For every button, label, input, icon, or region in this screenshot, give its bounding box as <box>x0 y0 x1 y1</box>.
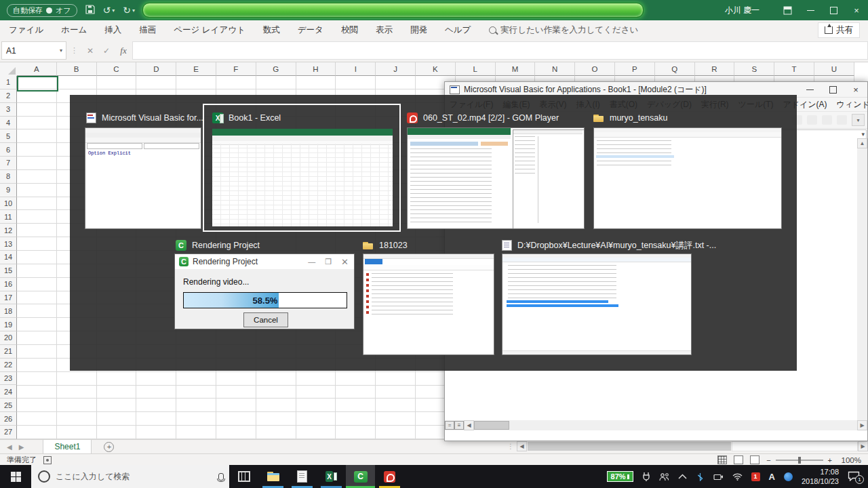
thumbnail-gom-preview[interactable] <box>407 127 585 229</box>
redo-caret-icon[interactable]: ▾ <box>132 7 135 14</box>
excel-button[interactable]: X <box>317 465 346 488</box>
page-break-view-icon[interactable] <box>750 455 760 464</box>
ribbon-tab-9[interactable]: 開発 <box>401 20 436 39</box>
row-header-17[interactable]: 17 <box>0 291 17 305</box>
scroll-right-icon[interactable]: ▶ <box>858 441 868 451</box>
vba-split-box[interactable]: = <box>445 421 454 430</box>
column-header-F[interactable]: F <box>216 62 256 76</box>
switcher-item-excel[interactable]: X Book1 - Excel <box>212 111 281 125</box>
hscroll-track[interactable] <box>732 441 858 451</box>
camera-tray-icon[interactable] <box>713 473 724 481</box>
normal-view-icon[interactable] <box>717 455 727 464</box>
cancel-button[interactable]: Cancel <box>243 312 288 327</box>
thumbnail-muryo-tensaku-preview[interactable] <box>593 127 782 229</box>
vba-minimize-button[interactable] <box>798 82 821 97</box>
row-header-21[interactable]: 21 <box>0 345 17 359</box>
vba-toolbar-icon[interactable] <box>807 115 817 125</box>
row-header-20[interactable]: 20 <box>0 331 17 345</box>
row-header-22[interactable]: 22 <box>0 359 17 372</box>
task-view-button[interactable] <box>229 465 258 488</box>
row-header-19[interactable]: 19 <box>0 318 17 331</box>
minimize-button[interactable] <box>799 0 822 20</box>
vba-procedure-view-icon[interactable]: ≡ <box>454 421 464 430</box>
network-globe-icon[interactable] <box>784 472 793 481</box>
maximize-button[interactable] <box>822 0 845 20</box>
wifi-icon[interactable] <box>732 473 743 481</box>
undo-icon[interactable]: ↺ <box>103 5 111 16</box>
zoom-in-icon[interactable]: + <box>828 456 832 464</box>
save-icon[interactable] <box>85 5 95 16</box>
battery-badge[interactable]: 87% <box>607 471 633 482</box>
tell-me-search[interactable]: 実行したい作業を入力してください <box>489 24 638 36</box>
ribbon-tab-0[interactable]: ファイル <box>0 20 52 39</box>
row-header-15[interactable]: 15 <box>0 264 17 278</box>
column-header-A[interactable]: A <box>17 62 57 76</box>
select-all-corner[interactable] <box>0 62 18 77</box>
action-center-button[interactable]: 1 <box>848 471 861 482</box>
column-header-P[interactable]: P <box>615 62 655 76</box>
sheet-tab-sheet1[interactable]: Sheet1 <box>43 440 92 455</box>
gom-player-button[interactable] <box>375 465 404 488</box>
row-header-9[interactable]: 9 <box>0 184 17 197</box>
column-header-C[interactable]: C <box>97 62 137 76</box>
row-header-13[interactable]: 13 <box>0 237 17 251</box>
row-header-18[interactable]: 18 <box>0 304 17 318</box>
column-header-R[interactable]: R <box>695 62 735 76</box>
name-box[interactable]: A1 ▾ <box>1 41 66 60</box>
thumbnail-kouhyou-preview[interactable] <box>502 253 692 355</box>
vba-horizontal-scrollbar[interactable]: = ≡ ◀ ▶ <box>445 420 867 430</box>
undo-caret-icon[interactable]: ▾ <box>112 7 115 14</box>
tab-split-handle[interactable]: ⋮ <box>507 443 514 450</box>
share-button[interactable]: 共有 <box>818 22 860 38</box>
row-header-23[interactable]: 23 <box>0 372 17 386</box>
row-header-25[interactable]: 25 <box>0 399 17 412</box>
vba-maximize-button[interactable] <box>821 82 844 97</box>
column-header-U[interactable]: U <box>814 62 854 76</box>
row-header-11[interactable]: 11 <box>0 210 17 224</box>
zoom-percentage[interactable]: 100% <box>837 456 861 464</box>
column-header-J[interactable]: J <box>376 62 416 76</box>
row-header-14[interactable]: 14 <box>0 251 17 264</box>
switcher-item-vba[interactable]: Microsoft Visual Basic for... <box>86 111 203 125</box>
vba-vertical-scrollbar[interactable]: ▲ ▼ <box>857 138 867 430</box>
formula-input[interactable] <box>132 41 868 60</box>
ribbon-tab-4[interactable]: ページ レイアウト <box>165 20 254 39</box>
column-header-K[interactable]: K <box>416 62 456 76</box>
ribbon-tab-5[interactable]: 数式 <box>254 20 289 39</box>
zoom-thumb[interactable] <box>798 457 801 464</box>
row-header-5[interactable]: 5 <box>0 129 17 143</box>
dialog-maximize-icon[interactable]: ❒ <box>325 258 332 266</box>
column-header-T[interactable]: T <box>774 62 814 76</box>
macro-record-icon[interactable] <box>43 456 52 464</box>
column-header-M[interactable]: M <box>496 62 536 76</box>
dialog-close-icon[interactable]: ✕ <box>341 257 349 267</box>
autosave-toggle[interactable]: 自動保存 オフ <box>7 4 77 17</box>
camtasia-button[interactable]: C <box>346 465 375 488</box>
taskbar-search-input[interactable]: ここに入力して検索 <box>31 465 229 488</box>
row-header-6[interactable]: 6 <box>0 143 17 157</box>
name-box-caret-icon[interactable]: ▾ <box>60 47 62 54</box>
vba-toolbar-icon[interactable] <box>822 115 832 125</box>
document-app-button[interactable] <box>288 465 317 488</box>
file-explorer-button[interactable] <box>258 465 288 488</box>
column-header-E[interactable]: E <box>176 62 216 76</box>
thumbnail-vba-preview[interactable]: Option Explicit <box>85 127 201 229</box>
row-header-10[interactable]: 10 <box>0 197 17 211</box>
taskbar-clock[interactable]: 17:08 2018/10/23 <box>802 467 839 487</box>
horizontal-scrollbar[interactable]: ⋮ ◀ ▶ <box>507 441 868 452</box>
row-header-4[interactable]: 4 <box>0 117 17 130</box>
row-header-24[interactable]: 24 <box>0 385 17 399</box>
ribbon-tab-10[interactable]: ヘルプ <box>436 20 479 39</box>
tray-expand-chevron-icon[interactable] <box>678 474 687 479</box>
column-header-I[interactable]: I <box>336 62 376 76</box>
rendering-dialog-titlebar[interactable]: C Rendering Project — ❒ ✕ <box>175 254 354 269</box>
page-layout-view-icon[interactable] <box>734 455 743 464</box>
switcher-item-kouhyou-txt[interactable]: D:¥Dropbox¥Lecture¥AI¥muryo_tensaku¥講評.t… <box>502 239 716 252</box>
ribbon-tab-2[interactable]: 挿入 <box>96 20 130 39</box>
ime-indicator[interactable]: A <box>769 472 775 482</box>
scroll-left-icon[interactable]: ◀ <box>517 441 527 451</box>
vba-scroll-right-icon[interactable]: ▶ <box>857 420 867 430</box>
vba-close-button[interactable]: × <box>844 82 867 97</box>
insert-function-icon[interactable]: fx <box>115 45 132 56</box>
column-header-L[interactable]: L <box>456 62 496 76</box>
